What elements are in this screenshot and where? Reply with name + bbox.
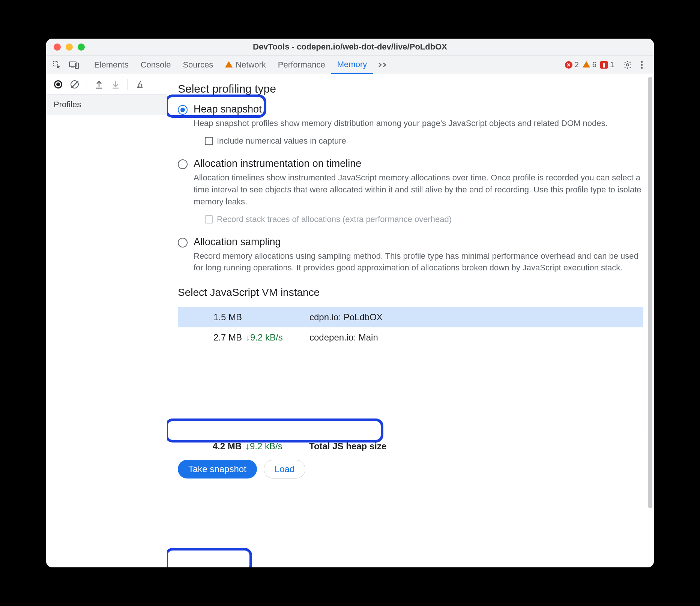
svg-point-4 <box>641 61 643 63</box>
tab-sources-label: Sources <box>183 60 213 70</box>
scrollbar[interactable] <box>648 77 652 508</box>
devtools-window: DevTools - codepen.io/web-dot-dev/live/P… <box>46 39 654 567</box>
take-snapshot-button[interactable]: Take snapshot <box>178 460 257 478</box>
clear-icon <box>71 80 79 88</box>
down-arrow-icon: ↓ <box>245 441 250 451</box>
tab-memory-label: Memory <box>337 60 367 69</box>
sampling-option-label: Allocation sampling <box>194 236 643 248</box>
svg-point-3 <box>626 64 629 66</box>
gear-icon[interactable] <box>622 60 633 70</box>
vm-target: codepen.io: Main <box>309 332 635 343</box>
kebab-menu-icon[interactable] <box>637 60 647 70</box>
radio-allocation-sampling[interactable] <box>178 238 188 248</box>
clear-button[interactable] <box>68 78 81 91</box>
warning-icon <box>583 61 590 68</box>
vm-row[interactable]: 2.7 MB ↓9.2 kB/s codepen.io: Main <box>178 327 643 348</box>
down-arrow-icon: ↓ <box>246 332 250 342</box>
warning-icon <box>225 61 233 68</box>
memory-panel-content: Select profiling type Heap snapshot Heap… <box>167 74 654 567</box>
vm-instance-heading: Select JavaScript VM instance <box>178 286 643 298</box>
more-tabs-button[interactable] <box>373 56 394 74</box>
vm-size: 1.5 MB <box>186 312 246 322</box>
warning-count-badge[interactable]: 6 <box>583 60 596 69</box>
record-button[interactable] <box>51 78 65 91</box>
record-stack-checkbox-row: Record stack traces of allocations (extr… <box>194 214 643 224</box>
record-icon <box>54 80 62 88</box>
annotation-highlight <box>167 548 252 567</box>
timeline-option-label: Allocation instrumentation on timeline <box>194 158 643 170</box>
profiles-sidebar: Profiles <box>46 74 167 567</box>
tab-console[interactable]: Console <box>135 56 177 74</box>
total-rate: ↓9.2 kB/s <box>245 441 309 452</box>
broom-button[interactable] <box>133 78 147 91</box>
separator <box>128 79 128 90</box>
heap-option-label: Heap snapshot <box>194 104 643 115</box>
titlebar: DevTools - codepen.io/web-dot-dev/live/P… <box>46 39 654 56</box>
tab-elements-label: Elements <box>94 60 129 70</box>
svg-point-5 <box>641 64 643 66</box>
tab-elements[interactable]: Elements <box>88 56 135 74</box>
profiling-type-heading: Select profiling type <box>178 82 643 95</box>
warning-count: 6 <box>592 60 596 69</box>
sidebar-toolbar <box>46 74 167 94</box>
device-toolbar-icon[interactable] <box>69 60 79 70</box>
radio-heap-snapshot[interactable] <box>178 105 188 115</box>
error-icon: ✕ <box>565 61 572 69</box>
download-button[interactable] <box>109 78 122 91</box>
vm-rate: ↓9.2 kB/s <box>246 332 309 343</box>
sampling-option-desc: Record memory allocations using sampling… <box>194 250 643 274</box>
tab-sources[interactable]: Sources <box>177 56 219 74</box>
heap-option-desc: Heap snapshot profiles show memory distr… <box>194 117 643 129</box>
error-count: 2 <box>575 60 579 69</box>
vm-instance-list: 1.5 MB cdpn.io: PoLdbOX 2.7 MB ↓9.2 kB/s… <box>178 307 643 434</box>
vm-row-selected[interactable]: 1.5 MB cdpn.io: PoLdbOX <box>178 307 643 327</box>
checkbox-icon <box>205 215 213 224</box>
tab-console-label: Console <box>141 60 171 70</box>
total-label: Total JS heap size <box>309 441 636 452</box>
include-numerical-label: Include numerical values in capture <box>217 136 346 146</box>
tab-performance[interactable]: Performance <box>272 56 331 74</box>
profiling-option-heap[interactable]: Heap snapshot Heap snapshot profiles sho… <box>178 104 643 146</box>
vm-total-row: 4.2 MB ↓9.2 kB/s Total JS heap size <box>178 434 643 454</box>
include-numerical-checkbox-row[interactable]: Include numerical values in capture <box>194 136 643 146</box>
vm-size: 2.7 MB <box>186 332 246 343</box>
issues-count-badge[interactable]: ▮ 1 <box>600 60 614 69</box>
profiling-option-timeline[interactable]: Allocation instrumentation on timeline A… <box>178 158 643 224</box>
timeline-option-desc: Allocation timelines show instrumented J… <box>194 172 643 208</box>
load-button[interactable]: Load <box>264 460 305 478</box>
tab-network-label: Network <box>236 60 266 70</box>
svg-point-6 <box>641 67 643 69</box>
profiling-option-sampling[interactable]: Allocation sampling Record memory alloca… <box>178 236 643 274</box>
action-buttons: Take snapshot Load <box>178 460 643 478</box>
profiles-heading: Profiles <box>46 94 167 115</box>
main-tabs: Elements Console Sources Network Perform… <box>46 56 654 74</box>
upload-button[interactable] <box>92 78 106 91</box>
inspect-element-icon[interactable] <box>51 60 62 70</box>
error-count-badge[interactable]: ✕ 2 <box>565 60 579 69</box>
tab-performance-label: Performance <box>278 60 325 70</box>
issue-icon: ▮ <box>600 61 608 69</box>
radio-allocation-timeline[interactable] <box>178 159 188 169</box>
total-size: 4.2 MB <box>185 441 245 452</box>
issues-count: 1 <box>610 60 614 69</box>
vm-target: cdpn.io: PoLdbOX <box>309 312 635 322</box>
tab-memory[interactable]: Memory <box>331 56 373 74</box>
separator <box>87 79 87 90</box>
window-title: DevTools - codepen.io/web-dot-dev/live/P… <box>46 42 654 52</box>
record-stack-label: Record stack traces of allocations (extr… <box>217 214 452 224</box>
checkbox-icon[interactable] <box>205 137 213 145</box>
tab-network[interactable]: Network <box>219 56 272 74</box>
